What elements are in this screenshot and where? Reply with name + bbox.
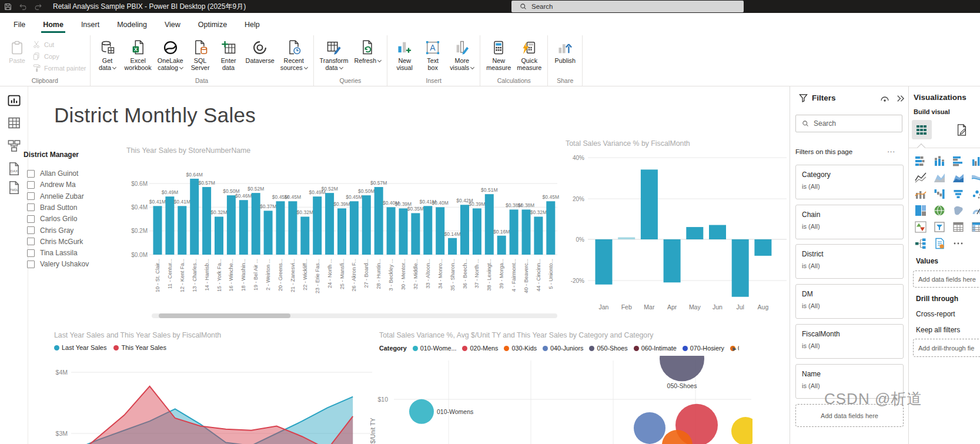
store-bar[interactable] <box>374 187 383 255</box>
viz-type-scatter-chart[interactable] <box>970 187 980 201</box>
store-bar[interactable] <box>190 179 199 255</box>
checkbox[interactable] <box>27 261 35 268</box>
store-bar[interactable] <box>165 196 174 255</box>
undo-icon[interactable] <box>15 0 31 13</box>
filters-visibility-icon[interactable] <box>880 95 889 105</box>
text-box-button[interactable]: ATextbox <box>419 38 446 73</box>
values-field-well[interactable]: Add data fields here <box>913 271 980 288</box>
store-bar[interactable] <box>264 211 273 255</box>
store-bar[interactable] <box>485 194 494 255</box>
store-chart-scrollbar-thumb[interactable] <box>159 313 290 318</box>
new-visual-button[interactable]: Newvisual <box>391 38 418 73</box>
store-bar[interactable] <box>460 205 469 255</box>
legend-item[interactable]: This Year Sales <box>113 344 166 351</box>
menu-optimize[interactable]: Optimize <box>190 15 235 34</box>
menu-view[interactable]: View <box>157 15 188 34</box>
viz-type-area-chart[interactable] <box>932 171 946 185</box>
viz-type-clustered-column-chart[interactable] <box>970 154 980 168</box>
filter-card-district[interactable]: Districtis (All) <box>795 244 904 279</box>
viz-type-stacked-bar-chart[interactable] <box>914 154 928 168</box>
cut-button[interactable]: Cut <box>32 40 86 49</box>
store-bar[interactable] <box>436 207 444 255</box>
bubble-090-home[interactable] <box>731 417 752 444</box>
sql-server-button[interactable]: SQLServer <box>187 38 214 73</box>
viz-type-map[interactable] <box>932 203 946 218</box>
store-bar[interactable] <box>534 216 543 255</box>
viz-type-paginated-report[interactable] <box>932 236 946 251</box>
legend-item[interactable]: 020-Mens <box>462 345 498 352</box>
filter-card-dm[interactable]: DMis (All) <box>795 284 904 319</box>
checkbox[interactable] <box>27 203 35 211</box>
legend-item[interactable]: 070-Hosiery <box>683 345 724 352</box>
store-bar[interactable] <box>522 209 531 255</box>
viz-type-decomposition-tree[interactable] <box>914 236 928 251</box>
scatter-chart[interactable]: $10Avg $/Unit TY050-Shoes040- Juniors020… <box>370 356 752 444</box>
variance-bar[interactable] <box>732 239 749 297</box>
store-bar[interactable] <box>178 206 186 255</box>
build-visual-mode-button[interactable] <box>912 120 932 139</box>
model-view-tab[interactable] <box>7 139 21 153</box>
store-bar[interactable] <box>387 207 396 255</box>
viz-type-funnel-chart[interactable] <box>951 187 965 201</box>
store-bar[interactable] <box>300 216 309 255</box>
store-bar[interactable] <box>546 201 555 255</box>
report-view-tab[interactable] <box>7 94 21 108</box>
drill-through-field-well[interactable]: Add drill-through fie <box>913 339 980 357</box>
store-bar[interactable] <box>239 200 248 255</box>
menu-insert[interactable]: Insert <box>73 15 107 34</box>
store-bar[interactable] <box>399 208 408 255</box>
viz-type-table[interactable] <box>951 220 965 234</box>
format-painter-button[interactable]: Format painter <box>32 64 86 73</box>
store-bar[interactable] <box>202 187 211 255</box>
store-bar[interactable] <box>510 209 519 255</box>
menu-home[interactable]: Home <box>35 15 71 34</box>
store-bar[interactable] <box>350 201 359 255</box>
checkbox[interactable] <box>27 170 35 178</box>
checkbox[interactable] <box>27 192 35 200</box>
store-bar[interactable] <box>448 238 457 255</box>
checkbox[interactable] <box>27 226 35 234</box>
legend-item[interactable]: Last Year Sales <box>54 344 106 351</box>
store-bar[interactable] <box>337 208 346 255</box>
menu-help[interactable]: Help <box>237 15 267 34</box>
slicer-option-valery-ushakov[interactable]: Valery Ushakov <box>27 260 89 268</box>
viz-type-more-options[interactable] <box>951 236 965 251</box>
variance-bar[interactable] <box>709 225 726 239</box>
copy-button[interactable]: Copy <box>32 52 86 61</box>
slicer-option-annelie-zubar[interactable]: Annelie Zubar <box>27 192 84 201</box>
store-bar[interactable] <box>411 213 420 255</box>
legend-item[interactable]: 050-Shoes <box>589 345 627 352</box>
viz-type-ribbon-chart[interactable] <box>970 171 980 185</box>
area-chart[interactable]: $4M$3M <box>50 353 372 444</box>
bubble-010-womens[interactable] <box>409 399 434 424</box>
slicer-option-brad-sutton[interactable]: Brad Sutton <box>27 203 77 212</box>
search-box[interactable]: Search <box>511 1 744 12</box>
slicer-option-andrew-ma[interactable]: Andrew Ma <box>27 181 76 189</box>
excel-workbook-button[interactable]: XExcelworkbook <box>122 38 154 73</box>
slicer-option-carlos-grilo[interactable]: Carlos Grilo <box>27 215 77 223</box>
filters-search-box[interactable]: Search <box>795 115 902 132</box>
legend-overflow-chevron-icon[interactable]: ▶ <box>733 346 737 352</box>
slicer-option-allan-guinot[interactable]: Allan Guinot <box>27 169 78 178</box>
checkbox[interactable] <box>27 181 35 189</box>
viz-type-stacked-column-chart[interactable] <box>932 154 946 168</box>
recent-sources-button[interactable]: Recentsources <box>278 38 310 73</box>
publish-button[interactable]: Publish <box>551 38 578 66</box>
viz-type-slicer[interactable] <box>932 220 946 234</box>
store-bar[interactable] <box>473 208 481 255</box>
legend-item[interactable]: 040-Juniors <box>543 345 583 352</box>
filters-more-options[interactable]: ... <box>887 145 895 154</box>
viz-type-line-chart[interactable] <box>914 171 928 185</box>
onelake-catalog-button[interactable]: OneLakecatalog <box>155 38 186 73</box>
bubble-050-shoes[interactable] <box>660 356 704 381</box>
collapse-pane-icon[interactable] <box>896 94 905 105</box>
viz-type-waterfall-chart[interactable] <box>932 187 946 201</box>
viz-type-combo-chart[interactable] <box>914 187 928 201</box>
store-bar[interactable] <box>276 201 285 255</box>
store-bar[interactable] <box>362 195 371 255</box>
store-bar-chart[interactable]: $0.6M$0.4M$0.2M$0.0M$0.41M10 - St. Clair… <box>125 159 560 325</box>
variance-bar[interactable] <box>664 239 681 282</box>
legend-item[interactable]: 010-Wome... <box>413 345 457 352</box>
slicer-option-tina-lassila[interactable]: Tina Lassila <box>27 249 78 257</box>
filter-card-chain[interactable]: Chainis (All) <box>795 205 904 239</box>
